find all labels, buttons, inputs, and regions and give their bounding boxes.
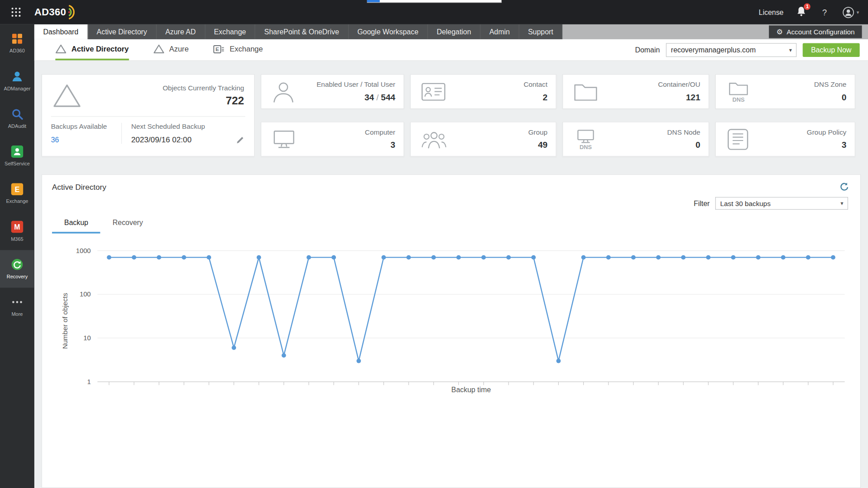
nav-tab-active-directory[interactable]: Active Directory <box>88 24 156 39</box>
subnav-tab-exchange[interactable]: EExchange <box>213 39 263 61</box>
tracking-value: 722 <box>163 94 244 107</box>
chart-y-axis-label: Number of objects <box>61 293 69 349</box>
card-label: Enabled User / Total User <box>316 81 395 89</box>
card-value: 34 <box>364 92 374 102</box>
sidebar-item-exchange[interactable]: EExchange <box>0 175 34 212</box>
selfservice-icon <box>11 145 23 158</box>
nav-tab-exchange[interactable]: Exchange <box>205 24 255 39</box>
exchange-icon: E <box>11 183 23 195</box>
ad-triangle-icon <box>55 44 66 54</box>
ad360-dashboard-screen: AD360 License 1 ? ▾ AD360ADManagerADAudi… <box>0 0 868 488</box>
edit-schedule-icon[interactable] <box>236 136 244 144</box>
refresh-icon[interactable] <box>840 182 849 192</box>
sidebar-item-admanager[interactable]: ADManager <box>0 62 34 99</box>
panel-tabs: BackupRecovery <box>42 210 860 234</box>
filter-row: Filter Last 30 backups ▾ <box>42 192 860 210</box>
subnav-tab-label: Exchange <box>230 45 263 53</box>
notification-badge: 1 <box>803 3 811 10</box>
panel-tab-recovery[interactable]: Recovery <box>100 215 155 233</box>
tracking-bottom: Backups Available 36 Next Scheduled Back… <box>51 117 245 144</box>
ad-triangle-icon <box>52 83 82 108</box>
main-area: DashboardActive DirectoryAzure ADExchang… <box>34 24 868 488</box>
nav-tab-admin[interactable]: Admin <box>481 24 519 39</box>
card-label: Container/OU <box>658 81 700 89</box>
nav-tab-support[interactable]: Support <box>519 24 562 39</box>
svg-text:E: E <box>15 186 20 193</box>
group-icon <box>421 128 448 150</box>
brand-logo: AD360 <box>34 4 77 21</box>
objects-tracking-card: Objects Currently Tracking 722 Backups A… <box>42 74 255 156</box>
secondary-nav-tabs: Active DirectoryAzureEExchange <box>34 39 263 61</box>
sidebar-item-more[interactable]: More <box>0 288 34 325</box>
card-value: 0 <box>842 92 847 102</box>
subnav-tab-active-directory[interactable]: Active Directory <box>55 39 128 61</box>
nav-tab-google-workspace[interactable]: Google Workspace <box>349 24 428 39</box>
admanager-icon <box>11 70 23 83</box>
sidebar-item-m365[interactable]: MM365 <box>0 212 34 250</box>
more-icon <box>11 296 23 308</box>
subnav-tab-azure[interactable]: Azure <box>153 39 189 61</box>
svg-text:DNS: DNS <box>580 143 592 150</box>
sidebar-item-selfservice[interactable]: SelfService <box>0 137 34 175</box>
summary-card-group-policy: Group Policy3 <box>715 122 855 156</box>
card-value: 0 <box>695 140 700 150</box>
sidebar-item-recovery[interactable]: Recovery <box>0 250 34 287</box>
summary-cards: Objects Currently Tracking 722 Backups A… <box>42 74 861 156</box>
help-icon[interactable]: ? <box>820 8 830 17</box>
card-value-separator: / <box>374 92 381 102</box>
brand-text: AD360 <box>34 6 66 18</box>
account-configuration-button[interactable]: ⚙ Account Configuration <box>769 25 862 38</box>
ad360-icon <box>11 33 23 45</box>
svg-text:1: 1 <box>87 378 91 385</box>
dashboard-content: Objects Currently Tracking 722 Backups A… <box>34 61 868 488</box>
azure-triangle-icon <box>153 44 164 54</box>
contact-icon <box>421 80 446 103</box>
sidebar-item-label: ADManager <box>4 86 31 91</box>
card-label: DNS Zone <box>814 81 846 89</box>
folder-icon <box>573 81 598 102</box>
summary-card-group: Group49 <box>410 122 556 156</box>
sidebar-item-label: M365 <box>11 236 24 242</box>
card-label: Group Policy <box>807 128 847 136</box>
sidebar-item-label: ADAudit <box>8 123 26 129</box>
subnav-tab-label: Azure <box>169 45 189 53</box>
svg-text:DNS: DNS <box>732 96 745 103</box>
sidebar-item-label: More <box>11 311 23 317</box>
svg-text:10: 10 <box>83 334 90 342</box>
sidebar-item-label: SelfService <box>5 161 30 166</box>
backups-available-value[interactable]: 36 <box>51 136 122 144</box>
chevron-down-icon: ▾ <box>857 9 859 15</box>
backup-line-chart: 1101001000Backup time <box>53 238 850 396</box>
gear-icon: ⚙ <box>776 28 783 35</box>
panel-tab-backup[interactable]: Backup <box>52 215 100 233</box>
svg-text:M: M <box>14 223 20 231</box>
summary-card-dns-node: DNSDNS Node0 <box>562 122 709 156</box>
panel-title: Active Directory <box>52 182 106 191</box>
svg-text:Backup time: Backup time <box>451 386 491 394</box>
backup-now-button[interactable]: Backup Now <box>803 43 860 57</box>
sidebar-item-adaudit[interactable]: ADAudit <box>0 99 34 137</box>
chevron-down-icon: ▾ <box>836 197 847 209</box>
sidebar-item-ad360[interactable]: AD360 <box>0 24 34 62</box>
tracking-top: Objects Currently Tracking 722 <box>51 75 245 117</box>
filter-select[interactable]: Last 30 backups ▾ <box>715 197 848 210</box>
domain-select[interactable]: recoverymanagerplus.com ▾ <box>666 43 797 57</box>
active-directory-panel: Active Directory Filter Last 30 backups … <box>42 174 861 488</box>
summary-card-dns-zone: DNSDNS Zone0 <box>715 74 855 109</box>
recovery-icon <box>11 258 23 271</box>
nav-tab-delegation[interactable]: Delegation <box>428 24 481 39</box>
license-link[interactable]: License <box>759 8 783 16</box>
nav-tab-sharepoint-onedrive[interactable]: SharePoint & OneDrive <box>255 24 349 39</box>
exchange-e-icon: E <box>213 44 225 54</box>
apps-grid-icon[interactable] <box>10 7 21 18</box>
group-policy-icon <box>726 127 750 150</box>
svg-text:1000: 1000 <box>76 247 91 254</box>
card-label: Group <box>528 128 547 136</box>
card-value: 49 <box>538 140 547 150</box>
user-menu[interactable]: ▾ <box>843 6 859 18</box>
next-backup-value: 2023/09/16 02:00 <box>131 135 205 144</box>
notifications-button[interactable]: 1 <box>797 6 807 19</box>
nav-tab-azure-ad[interactable]: Azure AD <box>156 24 205 39</box>
card-value-2: 544 <box>381 92 396 102</box>
nav-tab-dashboard[interactable]: Dashboard <box>34 24 88 39</box>
